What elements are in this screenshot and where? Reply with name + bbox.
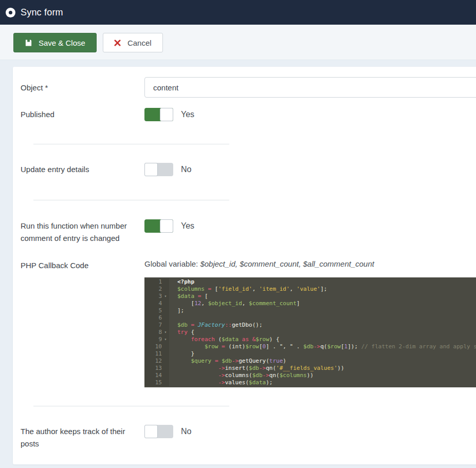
author-track-state: No — [181, 425, 191, 438]
code-editor[interactable]: 1<?php2$columns = ['field_id', 'item_id'… — [144, 277, 476, 387]
save-close-button[interactable]: Save & Close — [13, 33, 97, 52]
toggle-knob — [160, 219, 173, 233]
field-row-object: Object * — [21, 77, 476, 98]
global-variable-names: $object_id, $comment_count, $all_comment… — [200, 259, 374, 268]
author-track-toggle[interactable] — [144, 425, 173, 438]
cancel-label: Cancel — [127, 39, 152, 47]
object-label: Object * — [21, 77, 144, 98]
update-entry-toggle[interactable] — [144, 163, 173, 176]
global-variable-hint: Global variable: $object_id, $comment_co… — [144, 259, 476, 269]
form-card: Object * Published Yes Update entry deta… — [13, 67, 476, 464]
author-track-label: The author keeps track of their posts — [21, 425, 144, 450]
run-function-state: Yes — [181, 219, 194, 233]
save-floppy-icon — [25, 39, 32, 47]
field-row-php-callback: PHP Callback Code Global variable: $obje… — [21, 259, 476, 387]
toggle-knob — [160, 108, 173, 121]
cancel-button[interactable]: Cancel — [103, 33, 163, 52]
toggle-knob — [144, 163, 158, 176]
record-icon — [6, 8, 15, 17]
field-row-author-track: The author keeps track of their posts No — [21, 425, 476, 450]
field-row-run-function: Run this function when number comment of… — [21, 219, 476, 245]
save-close-label: Save & Close — [39, 39, 85, 47]
object-input[interactable] — [144, 77, 476, 98]
published-state: Yes — [181, 108, 194, 121]
app-header: Sync form — [0, 0, 476, 25]
cancel-x-icon — [114, 40, 121, 46]
update-entry-label: Update entry details — [21, 163, 144, 176]
toggle-knob — [144, 425, 158, 438]
page-title: Sync form — [21, 7, 63, 18]
php-callback-label: PHP Callback Code — [21, 259, 144, 272]
update-entry-state: No — [181, 163, 191, 176]
run-function-label: Run this function when number comment of… — [21, 219, 144, 245]
content-area: Object * Published Yes Update entry deta… — [0, 60, 476, 468]
code-lines: 1<?php2$columns = ['field_id', 'item_id'… — [144, 278, 476, 386]
divider — [33, 200, 229, 200]
field-row-update-entry: Update entry details No — [21, 163, 476, 176]
toolbar: Save & Close Cancel — [0, 25, 476, 60]
published-toggle[interactable] — [144, 108, 173, 121]
run-function-toggle[interactable] — [144, 219, 173, 233]
divider — [33, 406, 229, 406]
divider — [33, 144, 229, 144]
global-variable-prefix: Global variable: — [144, 259, 200, 268]
field-row-published: Published Yes — [21, 108, 476, 121]
published-label: Published — [21, 108, 144, 121]
